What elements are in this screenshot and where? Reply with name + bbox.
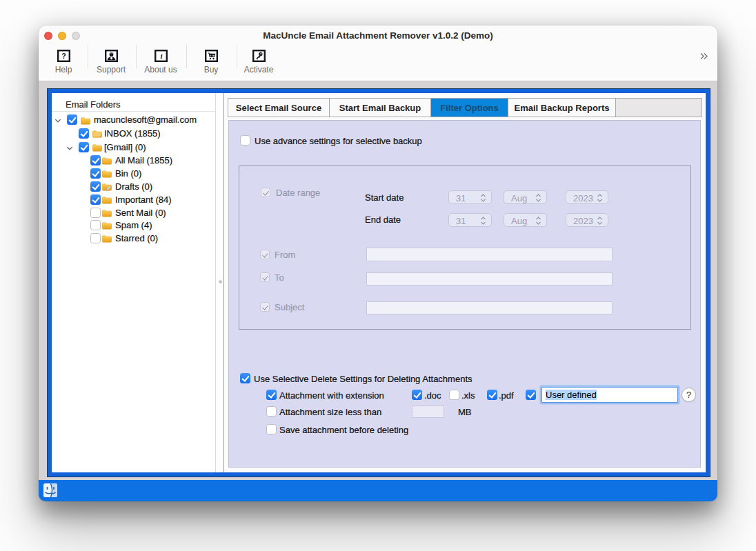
svg-text:?: ?	[61, 52, 66, 60]
